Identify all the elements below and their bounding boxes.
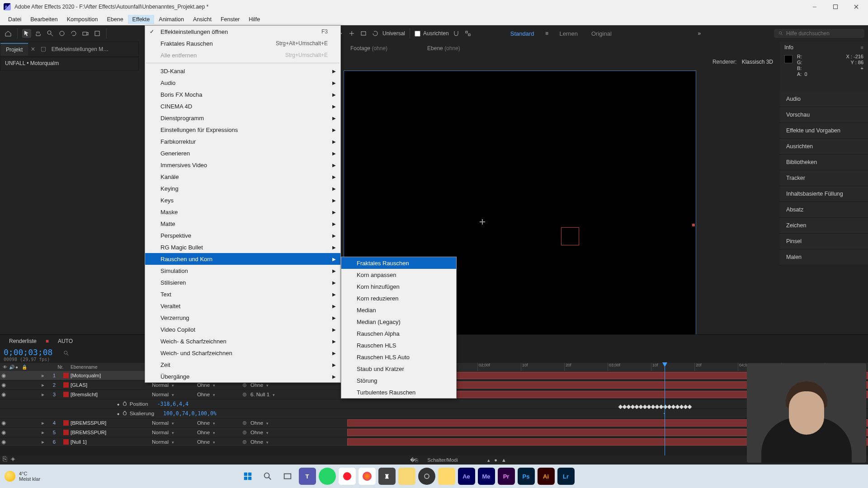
menu-komposition[interactable]: Komposition [62,15,103,24]
fx-item[interactable]: Farbkorrektur▶ [145,136,340,147]
fx-item[interactable]: Dienstprogramm▶ [145,112,340,124]
whatsapp-icon[interactable] [319,468,336,485]
menu-bearbeiten[interactable]: Bearbeiten [26,15,62,24]
aftereffects-icon[interactable]: Ae [458,468,475,485]
maximize-button[interactable] [829,2,842,11]
submenu-item[interactable]: Turbulentes Rauschen [341,386,456,398]
submenu-item[interactable]: Staub und Kratzer [341,363,456,375]
menu-fenster[interactable]: Fenster [216,15,244,24]
fx-item[interactable]: Rauschen und Korn▶ [145,253,340,265]
timeline-layer[interactable]: ◉ ▸ 4 [BREMSSPUR] Normal ▾ Ohne ▾ ⊚ Ohne… [0,418,347,428]
tab-effekteinstellungen[interactable]: Effekteinstellungen M… [46,43,114,55]
audio-col-icon[interactable]: 🔊 [9,365,14,370]
fx-item[interactable]: ✓Effekteinstellungen öffnenF3 [145,26,340,38]
panel-pinsel[interactable]: Pinsel [780,234,868,249]
workspace-original[interactable]: Original [586,28,617,39]
visibility-toggle[interactable]: ◉ [0,382,7,388]
panel-ausrichten[interactable]: Ausrichten [780,139,868,155]
submenu-item[interactable]: Korn reduzieren [341,292,456,304]
submenu-item[interactable]: Korn anpassen [341,269,456,281]
submenu-item[interactable]: Median (Legacy) [341,316,456,328]
fx-item[interactable]: Matte▶ [145,218,340,230]
layer-color-chip[interactable] [63,382,69,388]
breadcrumb[interactable]: UNFALL • Motorqualm [5,60,59,66]
footage-tab[interactable]: Footage (ohne) [350,45,387,52]
fx-item[interactable]: Simulation▶ [145,265,340,277]
submenu-item[interactable]: Rauschen HLS Auto [341,351,456,363]
selection-tool-icon[interactable] [22,29,31,38]
panel-tracker[interactable]: Tracker [780,170,868,186]
app-icon-1[interactable]: ♜ [378,468,396,485]
menu-hilfe[interactable]: Hilfe [244,15,264,24]
fx-item[interactable]: Weich- und Scharfzeichnen▶ [145,347,340,359]
visibility-toggle[interactable]: ◉ [0,420,7,426]
fx-item[interactable]: Perspektive▶ [145,230,340,241]
visibility-toggle[interactable]: ◉ [0,372,7,379]
snapping-label[interactable]: Universal [382,30,405,37]
zoom-tool-icon[interactable] [46,29,55,38]
media-encoder-icon[interactable]: Me [478,468,495,485]
submenu-item[interactable]: Korn hinzufügen [341,281,456,292]
tab-projekt[interactable]: Projekt [0,43,28,56]
fx-item[interactable]: Fraktales RauschenStrg+Alt+Umschalt+E [145,38,340,49]
align-checkbox[interactable] [415,31,420,37]
menu-datei[interactable]: Datei [4,15,26,24]
submenu-item[interactable]: Störung [341,375,456,386]
fx-item[interactable]: Kanäle▶ [145,171,340,183]
frame-blend-icon[interactable]: ✦ [10,455,16,464]
submenu-item[interactable]: Median [341,304,456,316]
overflow-icon[interactable]: » [695,29,704,38]
teams-icon[interactable]: T [299,468,316,485]
fx-item[interactable]: Übergänge▶ [145,371,340,382]
panel-malen[interactable]: Malen [780,249,868,265]
lock-col-icon[interactable]: 🔒 [22,365,27,370]
snap-icon[interactable] [463,29,472,38]
timeline-layer[interactable]: ◉ ▸ 5 [BREMSSPUR] Normal ▾ Ohne ▾ ⊚ Ohne… [0,428,347,437]
fx-item[interactable]: Boris FX Mocha▶ [145,89,340,100]
panel-inhaltsbasierte[interactable]: Inhaltsbasierte Füllung [780,186,868,202]
orbit-tool-icon[interactable] [57,29,66,38]
fx-item[interactable]: Einstellungen für Expressions▶ [145,124,340,136]
fx-item[interactable]: Veraltet▶ [145,300,340,312]
panel-audio[interactable]: Audio [780,91,868,107]
col-nr[interactable]: Nr. [53,365,68,370]
solo-col-icon[interactable]: ● [15,365,20,370]
minimize-button[interactable]: ─ [808,2,821,11]
panel-vorschau[interactable]: Vorschau [780,107,868,123]
submenu-item[interactable]: Rauschen HLS [341,339,456,351]
fx-item[interactable]: 3D-Kanal▶ [145,65,340,77]
workspace-menu-icon[interactable]: ≡ [542,29,551,38]
fx-item[interactable]: Text▶ [145,288,340,300]
magnet-icon[interactable] [452,29,461,38]
fx-item[interactable]: Stilisieren▶ [145,277,340,288]
fx-item[interactable]: Zeit▶ [145,359,340,371]
fx-item[interactable]: Weich- & Scharfzeichnen▶ [145,335,340,347]
toggle-icon[interactable]: �⁠⎘ [410,457,418,463]
playhead[interactable] [665,363,665,465]
visibility-toggle[interactable]: ◉ [0,439,7,445]
firefox-icon[interactable] [359,468,376,485]
workspace-standard[interactable]: Standard [505,28,540,39]
renderer-value[interactable]: Klassisch 3D [742,59,773,65]
panel-absatz[interactable]: Absatz [780,202,868,218]
explorer-icon[interactable] [438,468,455,485]
fx-item[interactable]: CINEMA 4D▶ [145,100,340,112]
hand-tool-icon[interactable] [34,29,43,38]
layer-color-chip[interactable] [63,430,69,435]
layer-color-chip[interactable] [63,373,69,378]
noise-grain-submenu[interactable]: Fraktales RauschenKorn anpassenKorn hinz… [341,257,457,399]
panel-effekte-vorgaben[interactable]: Effekte und Vorgaben [780,123,868,139]
effects-dropdown[interactable]: ✓Effekteinstellungen öffnenF3Fraktales R… [145,25,341,383]
panel-bibliotheken[interactable]: Bibliotheken [780,155,868,170]
layer-color-chip[interactable] [63,420,69,426]
help-search-input[interactable] [786,30,860,37]
timeline-layer[interactable]: ◉ ▸ 3 [Bremslicht] Normal ▾ Ohne ▾ ⊚ 6. … [0,390,347,399]
layer-handle[interactable] [692,224,695,226]
fx-item[interactable]: Verzerrung▶ [145,312,340,324]
app-icon-2[interactable] [398,468,415,485]
fx-item[interactable]: Immersives Video▶ [145,159,340,171]
fx-item[interactable]: Audio▶ [145,77,340,89]
obs-icon[interactable] [418,468,435,485]
workspace-lernen[interactable]: Lernen [554,28,583,39]
visibility-toggle[interactable]: ◉ [0,429,7,436]
